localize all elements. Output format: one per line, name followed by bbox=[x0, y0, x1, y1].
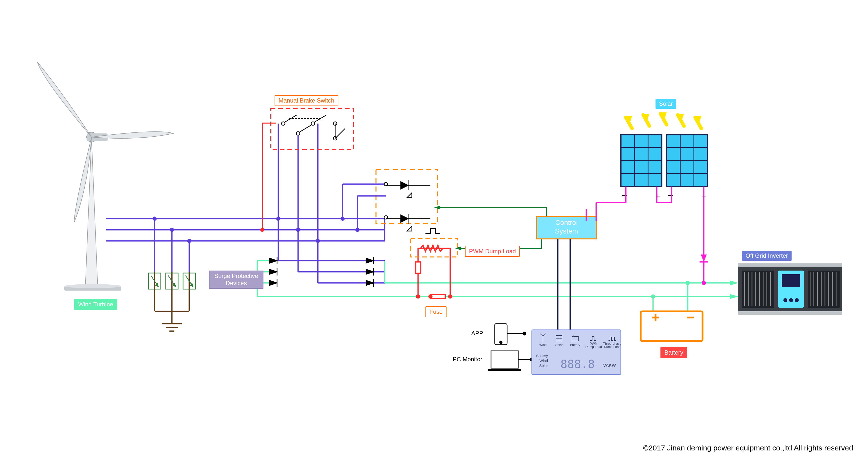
svg-point-97 bbox=[449, 295, 452, 298]
svg-text:−: − bbox=[622, 190, 627, 201]
svg-marker-72 bbox=[270, 269, 277, 274]
svg-marker-85 bbox=[730, 294, 738, 299]
svg-rect-155 bbox=[742, 271, 774, 308]
pc-monitor-icon bbox=[489, 351, 533, 371]
svg-point-53 bbox=[341, 217, 344, 220]
battery-label: Battery bbox=[660, 347, 687, 358]
solar-panels-block: − + − + bbox=[621, 112, 708, 201]
svg-point-194 bbox=[523, 332, 526, 335]
svg-text:Battery: Battery bbox=[536, 354, 548, 358]
svg-point-145 bbox=[702, 281, 705, 285]
svg-marker-142 bbox=[701, 255, 707, 262]
svg-text:VAKW: VAKW bbox=[603, 363, 616, 368]
copyright-text: ©2017 Jinan deming power equipment co.,l… bbox=[643, 444, 853, 452]
svg-point-35 bbox=[261, 228, 264, 231]
svg-marker-70 bbox=[270, 258, 277, 263]
svg-rect-174 bbox=[782, 274, 800, 287]
svg-marker-55 bbox=[401, 181, 408, 189]
svg-rect-153 bbox=[738, 263, 842, 267]
svg-marker-59 bbox=[407, 193, 412, 198]
svg-text:Solar: Solar bbox=[555, 343, 563, 347]
svg-marker-78 bbox=[366, 269, 374, 274]
svg-text:Wind: Wind bbox=[539, 359, 548, 363]
off-grid-inverter-label: Off Grid Inverter bbox=[742, 251, 792, 261]
svg-point-36 bbox=[281, 122, 285, 125]
svg-point-179 bbox=[64, 284, 121, 288]
fuse-label: Fuse bbox=[426, 306, 446, 317]
svg-rect-96 bbox=[430, 295, 445, 299]
svg-point-89 bbox=[686, 281, 689, 285]
svg-rect-148 bbox=[641, 311, 703, 341]
svg-point-175 bbox=[783, 298, 787, 302]
svg-text:−: − bbox=[668, 190, 673, 201]
svg-text:Battery: Battery bbox=[570, 343, 580, 347]
control-system-label: Control System bbox=[544, 218, 589, 235]
svg-rect-196 bbox=[489, 369, 521, 371]
svg-marker-74 bbox=[270, 280, 277, 286]
solar-label: Solar bbox=[655, 99, 676, 109]
svg-marker-80 bbox=[366, 280, 374, 286]
svg-point-22 bbox=[297, 228, 300, 231]
svg-rect-92 bbox=[415, 262, 421, 273]
svg-marker-84 bbox=[730, 280, 738, 286]
svg-point-20 bbox=[188, 239, 191, 242]
svg-point-19 bbox=[170, 228, 174, 231]
svg-line-42 bbox=[299, 125, 312, 132]
pwm-dump-label: PWM Dump Load bbox=[465, 246, 520, 257]
svg-point-177 bbox=[795, 298, 799, 302]
wind-turbine-icon bbox=[37, 62, 173, 291]
svg-rect-156 bbox=[808, 271, 840, 308]
svg-point-37 bbox=[296, 132, 300, 135]
svg-marker-105 bbox=[455, 246, 461, 250]
svg-rect-154 bbox=[738, 311, 842, 315]
manual-brake-label: Manual Brake Switch bbox=[275, 95, 338, 106]
svg-text:Dump Load: Dump Load bbox=[585, 345, 602, 348]
svg-rect-195 bbox=[491, 351, 518, 368]
svg-text:Solar: Solar bbox=[539, 364, 548, 368]
svg-point-23 bbox=[316, 239, 319, 242]
wind-turbine-label: Wind Turbine bbox=[74, 299, 117, 310]
svg-point-54 bbox=[356, 228, 359, 231]
svg-point-192 bbox=[500, 341, 502, 343]
svg-point-88 bbox=[652, 295, 654, 298]
surge-protective-label: Surge Protective Devices bbox=[209, 271, 264, 289]
svg-text:Dump Load: Dump Load bbox=[604, 345, 620, 348]
svg-point-98 bbox=[429, 295, 432, 298]
svg-marker-102 bbox=[434, 206, 440, 209]
svg-text:Wind: Wind bbox=[539, 343, 547, 347]
svg-marker-60 bbox=[401, 215, 408, 222]
svg-point-176 bbox=[789, 298, 793, 302]
app-label: APP bbox=[471, 330, 483, 337]
hmi-display-value: 888.8 bbox=[560, 358, 595, 371]
battery-box bbox=[641, 311, 703, 341]
svg-rect-32 bbox=[271, 109, 354, 149]
hmi-panel: 888.8 Wind Solar Battery PWMDump Load Th… bbox=[532, 330, 621, 374]
svg-point-21 bbox=[277, 217, 280, 220]
svg-point-18 bbox=[153, 217, 156, 220]
app-phone-icon bbox=[495, 324, 526, 345]
svg-marker-76 bbox=[366, 258, 374, 263]
diagram-canvas: − + − + bbox=[0, 0, 868, 467]
svg-line-46 bbox=[335, 129, 345, 138]
svg-marker-64 bbox=[407, 226, 412, 231]
pc-monitor-label: PC Monitor bbox=[453, 356, 483, 363]
svg-point-38 bbox=[311, 122, 315, 125]
off-grid-inverter-box bbox=[738, 263, 842, 315]
svg-point-91 bbox=[416, 295, 420, 298]
